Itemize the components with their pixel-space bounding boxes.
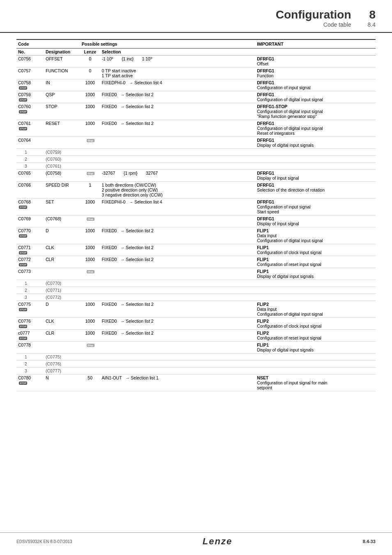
cell-code: C0761STOP bbox=[16, 120, 44, 137]
cell-selection: FIXED0 → Selection list 2 bbox=[100, 91, 256, 103]
cell-important: DFRFG1Configuration of input signal bbox=[255, 79, 376, 91]
important-bold: FLIP1 bbox=[257, 269, 269, 274]
cell-lenze: 1000 bbox=[80, 301, 100, 318]
cell-sub-ref: (C0775) bbox=[44, 354, 80, 361]
table-row: C0776STOPCLK1000FIXED0 → Selection list … bbox=[16, 318, 376, 330]
page-header: Configuration Code table 8 8.4 bbox=[0, 0, 392, 33]
cell-sub-sel bbox=[100, 149, 256, 156]
cell-sub-imp bbox=[255, 163, 376, 170]
table-sub-row: 2(C0776) bbox=[16, 361, 376, 368]
cell-designation bbox=[44, 137, 80, 149]
cell-important: FLIP1Display of digital input signals bbox=[255, 342, 376, 354]
disp-badge: Disp bbox=[87, 344, 95, 347]
table-row: C0757FUNCTION00 TP start inactive1 TP st… bbox=[16, 67, 376, 79]
cell-important: DFRFG1Configuration of digital input sig… bbox=[255, 91, 376, 103]
cell-sub-num: 1 bbox=[16, 280, 44, 287]
table-sub-row: 3(C0761) bbox=[16, 163, 376, 170]
table-sub-row: 1(C0759) bbox=[16, 149, 376, 156]
cell-lenze: 1000 bbox=[80, 103, 100, 120]
cell-sub-lenze bbox=[80, 361, 100, 368]
important-bold: DFRFG1 bbox=[257, 171, 274, 176]
cell-lenze: Disp bbox=[80, 170, 100, 182]
cell-code: C0760STOP bbox=[16, 103, 44, 120]
cell-designation: SET bbox=[44, 199, 80, 215]
table-row: C0761STOPRESET1000FIXED0 → Selection lis… bbox=[16, 120, 376, 137]
important-bold: DFRFG1 bbox=[257, 138, 274, 143]
cell-important: DFRFG1Function bbox=[255, 67, 376, 79]
table-row: C0756OFFSET0-1·10⁹ {1 inc} 1·10⁹DFRFG1Of… bbox=[16, 56, 376, 67]
cell-sub-ref: (C0761) bbox=[44, 163, 80, 170]
subh-important-empty bbox=[255, 49, 376, 56]
stop-badge: STOP bbox=[19, 234, 27, 238]
important-bold: DFRFG1 bbox=[257, 216, 274, 221]
cell-selection: FIXED0 → Selection list 2 bbox=[100, 227, 256, 244]
stop-badge: STOP bbox=[19, 98, 27, 102]
page: Configuration Code table 8 8.4 Cod bbox=[0, 0, 392, 555]
subsection-title: Code table bbox=[276, 21, 351, 28]
cell-important: DFRFG1Configuration of digital input sig… bbox=[255, 120, 376, 137]
cell-code: C0769 bbox=[16, 215, 44, 227]
cell-designation: N bbox=[44, 375, 80, 391]
cell-sub-num: 1 bbox=[16, 149, 44, 156]
table-sub-row: 1(C0770) bbox=[16, 280, 376, 287]
cell-important: NSETConfiguration of input signal for ma… bbox=[255, 375, 376, 391]
table-row: C0765(C0758)Disp-32767 {1 rpm} 32767DFRF… bbox=[16, 170, 376, 182]
cell-sub-lenze bbox=[80, 368, 100, 375]
cell-important: DFRFG1Offset bbox=[255, 56, 376, 67]
cell-sub-lenze bbox=[80, 156, 100, 163]
footer-page-num: 8.4-33 bbox=[363, 539, 376, 544]
cell-sub-imp bbox=[255, 287, 376, 294]
table-row: c0777STOPCLR1000FIXED0 → Selection list … bbox=[16, 330, 376, 342]
cell-code: C0764 bbox=[16, 137, 44, 149]
cell-lenze: Disp bbox=[80, 342, 100, 354]
cell-sub-num: 3 bbox=[16, 163, 44, 170]
important-bold: FLIP2 bbox=[257, 302, 269, 307]
cell-important: DFRFG1-STOPConfiguration of digital inpu… bbox=[255, 103, 376, 120]
cell-designation: CLK bbox=[44, 244, 80, 256]
cell-sub-ref: (C0771) bbox=[44, 287, 80, 294]
subh-designation: Designation bbox=[44, 49, 80, 56]
cell-sub-imp bbox=[255, 368, 376, 375]
stop-badge: STOP bbox=[19, 127, 27, 130]
important-bold: FLIP1 bbox=[257, 257, 269, 262]
important-bold: DFRFG1 bbox=[257, 199, 274, 204]
cell-important: DFRFG1Selection of the direction of rota… bbox=[255, 182, 376, 199]
cell-sub-imp bbox=[255, 156, 376, 163]
cell-designation: FUNCTION bbox=[44, 67, 80, 79]
important-bold: FLIP1 bbox=[257, 245, 269, 250]
cell-sub-ref: (C0760) bbox=[44, 156, 80, 163]
table-row: C0768STOPSET1000FIXEDPHI-0 → Selection l… bbox=[16, 199, 376, 215]
subh-no: No. bbox=[16, 49, 44, 56]
cell-lenze: Disp bbox=[80, 268, 100, 280]
cell-designation: D bbox=[44, 227, 80, 244]
subh-lenze: Lenze bbox=[80, 49, 100, 56]
cell-selection: FIXEDPHI-0 → Selection list 4 bbox=[100, 199, 256, 215]
table-row: C0769(C0768)DispDFRFG1Display of input s… bbox=[16, 215, 376, 227]
stop-badge: STOP bbox=[19, 308, 27, 311]
cell-designation: STOP bbox=[44, 103, 80, 120]
cell-lenze: 1000 bbox=[80, 199, 100, 215]
cell-lenze: 1000 bbox=[80, 79, 100, 91]
cell-code: C0758STOP bbox=[16, 79, 44, 91]
important-bold: DFRFG1 bbox=[257, 183, 274, 187]
cell-code: C0766 bbox=[16, 182, 44, 199]
section-num: 8 bbox=[368, 8, 376, 21]
cell-sub-ref: (C0770) bbox=[44, 280, 80, 287]
cell-code: C0772STOP bbox=[16, 256, 44, 268]
cell-sub-num: 2 bbox=[16, 156, 44, 163]
cell-designation: CLR bbox=[44, 330, 80, 342]
table-sub-header: No. Designation Lenze Selection bbox=[16, 49, 376, 56]
cell-code: C0759STOP bbox=[16, 91, 44, 103]
table-row: C0770STOPD1000FIXED0 → Selection list 2F… bbox=[16, 227, 376, 244]
cell-sub-lenze bbox=[80, 149, 100, 156]
important-bold: DFRFG1 bbox=[257, 121, 274, 126]
cell-lenze: 1 bbox=[80, 182, 100, 199]
cell-designation: (C0768) bbox=[44, 215, 80, 227]
cell-important: FLIP2Data inputConfiguration of digital … bbox=[255, 301, 376, 318]
cell-selection: FIXEDPHI-0 → Selection list 4 bbox=[100, 79, 256, 91]
cell-designation: D bbox=[44, 301, 80, 318]
cell-selection bbox=[100, 215, 256, 227]
table-row: C0780STOPN50AIN1-OUT → Selection list 1N… bbox=[16, 375, 376, 391]
cell-designation: CLK bbox=[44, 318, 80, 330]
cell-designation bbox=[44, 268, 80, 280]
